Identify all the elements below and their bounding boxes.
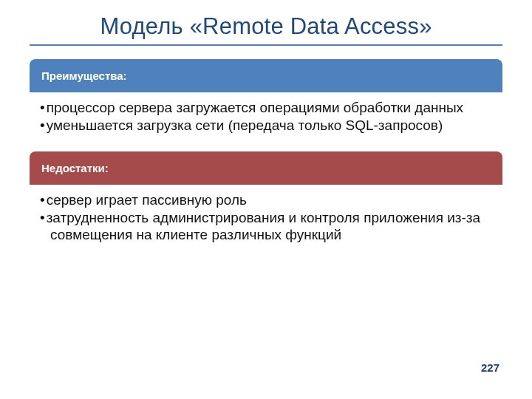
content-stack: Преимущества: процессор сервера загружае… [30, 59, 502, 252]
title-underline [30, 44, 502, 46]
disadvantages-body: сервер играет пассивную роль затрудненно… [30, 185, 502, 252]
advantages-block: Преимущества: процессор сервера загружае… [30, 59, 502, 159]
page-title: Модель «Remote Data Access» [30, 13, 502, 40]
list-item: процессор сервера загружается операциями… [40, 100, 495, 116]
advantages-list: процессор сервера загружается операциями… [40, 100, 495, 134]
disadvantages-list: сервер играет пассивную роль затрудненно… [40, 192, 495, 243]
list-item: затрудненность администрирования и контр… [40, 210, 495, 243]
slide: Модель «Remote Data Access» Преимущества… [0, 0, 532, 399]
disadvantages-block: Недостатки: сервер играет пассивную роль… [30, 151, 502, 252]
list-item: уменьшается загрузка сети (передача толь… [40, 117, 495, 134]
page-number: 227 [481, 361, 499, 374]
advantages-body: процессор сервера загружается операциями… [30, 92, 502, 159]
list-item: сервер играет пассивную роль [40, 192, 495, 208]
